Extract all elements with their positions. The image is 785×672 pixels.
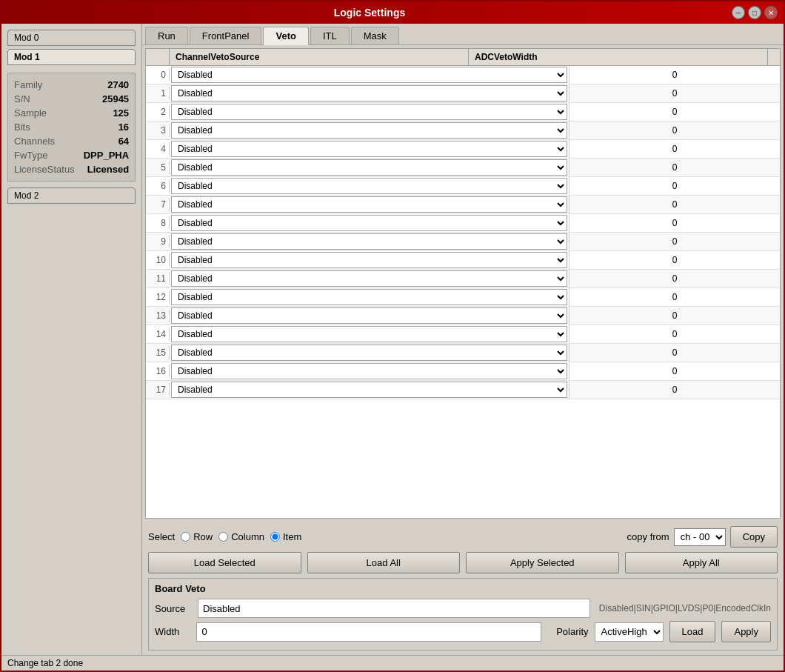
radio-row[interactable]: Row: [181, 531, 213, 542]
window-title: Logic Settings: [7, 7, 732, 19]
row-index: 13: [146, 309, 170, 322]
main-content: Mod 0 Mod 1 Family 2740 S/N 25945 Sample…: [1, 24, 784, 655]
minimize-button[interactable]: ─: [732, 6, 745, 19]
row-source-select[interactable]: DisabledSINGPIOLVDSP0EncodedClkIn: [171, 196, 567, 213]
row-source-cell: DisabledSINGPIOLVDSP0EncodedClkIn: [170, 288, 569, 306]
veto-source-input[interactable]: [198, 599, 590, 618]
radio-column-label: Column: [231, 531, 264, 542]
tab-frontpanel[interactable]: FrontPanel: [190, 27, 262, 44]
mod-tab-0[interactable]: Mod 0: [7, 30, 136, 46]
row-index: 2: [146, 105, 170, 119]
row-source-cell: DisabledSINGPIOLVDSP0EncodedClkIn: [170, 214, 569, 232]
apply-all-button[interactable]: Apply All: [625, 552, 778, 573]
row-source-select[interactable]: DisabledSINGPIOLVDSP0EncodedClkIn: [171, 215, 567, 231]
copy-button[interactable]: Copy: [730, 526, 778, 548]
row-width-value: 0: [569, 68, 780, 81]
veto-width-input[interactable]: [196, 622, 541, 642]
sn-label: S/N: [14, 93, 75, 104]
apply-selected-button[interactable]: Apply Selected: [466, 552, 619, 573]
row-source-cell: DisabledSINGPIOLVDSP0EncodedClkIn: [170, 270, 569, 287]
load-all-button[interactable]: Load All: [307, 552, 461, 573]
veto-load-button[interactable]: Load: [669, 621, 716, 642]
select-row: Select Row Column Item copy from: [148, 526, 778, 548]
row-source-select[interactable]: DisabledSINGPIOLVDSP0EncodedClkIn: [171, 85, 567, 102]
load-selected-button[interactable]: Load Selected: [148, 552, 301, 573]
mod-tab-1[interactable]: Mod 1: [7, 49, 136, 65]
table-row: 1DisabledSINGPIOLVDSP0EncodedClkIn0: [146, 84, 780, 103]
main-window: Logic Settings ─ □ ✕ Mod 0 Mod 1 Family …: [0, 0, 785, 672]
sample-label: Sample: [14, 107, 75, 119]
titlebar: Logic Settings ─ □ ✕: [1, 1, 784, 24]
row-source-select[interactable]: DisabledSINGPIOLVDSP0EncodedClkIn: [171, 104, 567, 120]
radio-row-input[interactable]: [181, 532, 190, 542]
table-row: 14DisabledSINGPIOLVDSP0EncodedClkIn0: [146, 325, 780, 344]
row-source-cell: DisabledSINGPIOLVDSP0EncodedClkIn: [170, 103, 569, 121]
row-width-value: 0: [569, 198, 780, 211]
row-source-cell: DisabledSINGPIOLVDSP0EncodedClkIn: [170, 233, 569, 250]
veto-polarity-label: Polarity: [556, 626, 588, 637]
tab-run[interactable]: Run: [145, 27, 188, 44]
tab-itl[interactable]: ITL: [310, 27, 350, 44]
channels-label: Channels: [14, 136, 75, 147]
tab-bar: Run FrontPanel Veto ITL Mask: [142, 24, 784, 45]
row-source-select[interactable]: DisabledSINGPIOLVDSP0EncodedClkIn: [171, 345, 567, 361]
row-width-value: 0: [569, 161, 780, 174]
close-button[interactable]: ✕: [764, 6, 778, 19]
row-source-cell: DisabledSINGPIOLVDSP0EncodedClkIn: [170, 122, 569, 139]
select-label: Select: [148, 531, 175, 542]
row-source-cell: DisabledSINGPIOLVDSP0EncodedClkIn: [170, 84, 569, 102]
row-source-select[interactable]: DisabledSINGPIOLVDSP0EncodedClkIn: [171, 67, 567, 83]
copy-from-label: copy from: [627, 531, 669, 542]
mod-tab-2[interactable]: Mod 2: [7, 187, 136, 204]
table-row: 9DisabledSINGPIOLVDSP0EncodedClkIn0: [146, 233, 780, 251]
row-width-value: 0: [569, 327, 780, 341]
veto-apply-button[interactable]: Apply: [721, 621, 771, 642]
row-width-value: 0: [569, 290, 780, 304]
row-source-select[interactable]: DisabledSINGPIOLVDSP0EncodedClkIn: [171, 289, 567, 305]
table-row: 6DisabledSINGPIOLVDSP0EncodedClkIn0: [146, 177, 780, 196]
row-index: 4: [146, 142, 170, 156]
row-source-select[interactable]: DisabledSINGPIOLVDSP0EncodedClkIn: [171, 159, 567, 176]
tab-veto[interactable]: Veto: [263, 27, 308, 45]
table-row: 10DisabledSINGPIOLVDSP0EncodedClkIn0: [146, 251, 780, 270]
sample-value: 125: [84, 107, 129, 119]
header-index: [146, 49, 170, 65]
row-source-cell: DisabledSINGPIOLVDSP0EncodedClkIn: [170, 362, 569, 380]
row-index: 17: [146, 383, 170, 396]
licensestatus-label: LicenseStatus: [14, 164, 75, 175]
row-source-select[interactable]: DisabledSINGPIOLVDSP0EncodedClkIn: [171, 326, 567, 342]
row-source-select[interactable]: DisabledSINGPIOLVDSP0EncodedClkIn: [171, 363, 567, 379]
copy-from-select[interactable]: ch - 00: [674, 528, 726, 546]
row-index: 6: [146, 179, 170, 193]
radio-item-input[interactable]: [270, 532, 280, 542]
row-width-value: 0: [569, 383, 780, 396]
row-source-select[interactable]: DisabledSINGPIOLVDSP0EncodedClkIn: [171, 270, 567, 287]
row-width-value: 0: [569, 87, 780, 100]
table-row: 0DisabledSINGPIOLVDSP0EncodedClkIn0: [146, 66, 780, 84]
veto-source-label: Source: [155, 603, 192, 614]
table-body: 0DisabledSINGPIOLVDSP0EncodedClkIn01Disa…: [146, 66, 780, 518]
row-source-select[interactable]: DisabledSINGPIOLVDSP0EncodedClkIn: [171, 233, 567, 250]
row-source-select[interactable]: DisabledSINGPIOLVDSP0EncodedClkIn: [171, 122, 567, 139]
fwtype-label: FwType: [14, 150, 75, 161]
radio-column-input[interactable]: [218, 532, 228, 542]
tab-mask[interactable]: Mask: [351, 27, 399, 44]
table-row: 15DisabledSINGPIOLVDSP0EncodedClkIn0: [146, 344, 780, 362]
row-source-select[interactable]: DisabledSINGPIOLVDSP0EncodedClkIn: [171, 382, 567, 398]
veto-width-row: Width Polarity ActiveHigh ActiveLow Load…: [155, 621, 771, 642]
maximize-button[interactable]: □: [748, 6, 761, 19]
row-index: 11: [146, 272, 170, 285]
row-source-select[interactable]: DisabledSINGPIOLVDSP0EncodedClkIn: [171, 252, 567, 268]
copy-from-group: copy from ch - 00 Copy: [627, 526, 778, 548]
radio-column[interactable]: Column: [218, 531, 264, 542]
header-adc-veto-width: ADCVetoWidth: [469, 49, 768, 65]
row-index: 7: [146, 198, 170, 211]
row-source-select[interactable]: DisabledSINGPIOLVDSP0EncodedClkIn: [171, 141, 567, 157]
row-source-select[interactable]: DisabledSINGPIOLVDSP0EncodedClkIn: [171, 178, 567, 194]
radio-item-label: Item: [283, 531, 301, 542]
row-source-select[interactable]: DisabledSINGPIOLVDSP0EncodedClkIn: [171, 307, 567, 324]
veto-polarity-select[interactable]: ActiveHigh ActiveLow: [595, 622, 664, 642]
row-source-cell: DisabledSINGPIOLVDSP0EncodedClkIn: [170, 325, 569, 343]
row-source-cell: DisabledSINGPIOLVDSP0EncodedClkIn: [170, 381, 569, 399]
radio-item[interactable]: Item: [270, 531, 301, 542]
